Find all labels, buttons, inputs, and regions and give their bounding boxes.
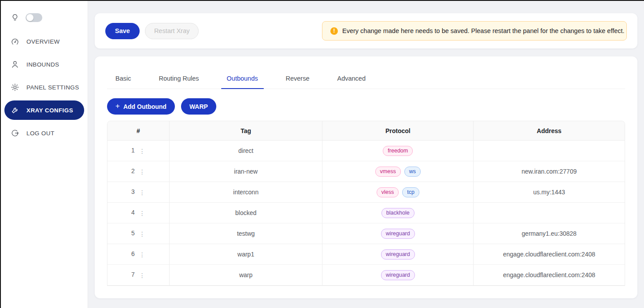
row-menu-icon[interactable]: ⋮ bbox=[139, 230, 145, 237]
table-row: 5⋮ testwg wireguard germany1.eu:30828 bbox=[107, 223, 625, 244]
gear-icon bbox=[11, 83, 19, 92]
toggle-knob bbox=[26, 14, 33, 21]
tag-cell: interconn bbox=[170, 182, 323, 203]
address-cell: germany1.eu:30828 bbox=[474, 223, 625, 244]
logout-icon bbox=[11, 129, 19, 137]
sidebar-item-inbounds[interactable]: INBOUNDS bbox=[4, 55, 84, 74]
row-number: 3 bbox=[131, 188, 135, 195]
protocol-badge: wireguard bbox=[381, 229, 415, 239]
address-cell: new.iran.com:27709 bbox=[474, 161, 625, 182]
row-number: 5 bbox=[131, 230, 135, 237]
row-number: 1 bbox=[131, 147, 135, 154]
sidebar-item-label: PANEL SETTINGS bbox=[26, 84, 79, 91]
row-menu-icon[interactable]: ⋮ bbox=[139, 148, 145, 155]
protocol-badge: freedom bbox=[383, 146, 413, 156]
tag-cell: iran-new bbox=[170, 161, 323, 182]
tab-advanced[interactable]: Advanced bbox=[332, 74, 372, 89]
tab-reverse[interactable]: Reverse bbox=[280, 74, 315, 89]
warning-text: Every change made here needs to be saved… bbox=[342, 27, 625, 34]
xray-configs-card: Basic Routing Rules Outbounds Reverse Ad… bbox=[95, 56, 637, 298]
user-icon bbox=[11, 60, 19, 69]
dashboard-icon bbox=[11, 37, 19, 46]
warp-label: WARP bbox=[189, 103, 208, 110]
dark-mode-toggle[interactable] bbox=[26, 13, 42, 22]
row-menu-icon[interactable]: ⋮ bbox=[139, 272, 145, 279]
table-row: 6⋮ warp1 wireguard engage.cloudflareclie… bbox=[107, 244, 625, 265]
table-row: 2⋮ iran-new vmess ws new.iran.com:27709 bbox=[107, 161, 625, 182]
tab-routing-rules[interactable]: Routing Rules bbox=[153, 74, 204, 89]
tag-cell: warp bbox=[170, 265, 323, 286]
tag-cell: blocked bbox=[170, 203, 323, 223]
address-cell bbox=[474, 141, 625, 161]
transport-badge: ws bbox=[404, 167, 421, 177]
add-outbound-label: Add Outbound bbox=[123, 103, 167, 110]
sidebar-item-xray-configs[interactable]: XRAY CONFIGS bbox=[4, 100, 84, 120]
add-outbound-button[interactable]: + Add Outbound bbox=[107, 98, 175, 115]
row-number: 4 bbox=[131, 209, 135, 216]
table-row: 4⋮ blocked blackhole bbox=[107, 203, 625, 223]
protocol-badge: vmess bbox=[375, 167, 401, 177]
sidebar-item-label: XRAY CONFIGS bbox=[26, 107, 73, 114]
content-area: Save Restart Xray ! Every change made he… bbox=[95, 1, 637, 298]
transport-badge: tcp bbox=[402, 187, 419, 197]
address-cell: engage.cloudflareclient.com:2408 bbox=[474, 244, 625, 265]
theme-toggle-row bbox=[4, 9, 84, 32]
tab-outbounds[interactable]: Outbounds bbox=[221, 74, 264, 89]
sidebar-item-label: INBOUNDS bbox=[26, 61, 59, 68]
table-row: 7⋮ warp wireguard engage.cloudflareclien… bbox=[107, 265, 625, 286]
tag-cell: testwg bbox=[170, 223, 323, 244]
wrench-icon bbox=[11, 106, 19, 115]
lightbulb-icon bbox=[11, 13, 19, 22]
outbounds-table-wrap: # Tag Protocol Address 1⋮ direct freedom bbox=[107, 121, 625, 286]
row-number: 6 bbox=[131, 250, 135, 257]
save-button[interactable]: Save bbox=[105, 23, 140, 39]
plus-icon: + bbox=[115, 102, 120, 111]
sidebar-item-label: OVERVIEW bbox=[26, 38, 60, 45]
sidebar-item-panel-settings[interactable]: PANEL SETTINGS bbox=[4, 78, 84, 97]
tag-cell: direct bbox=[170, 141, 323, 161]
warning-icon: ! bbox=[330, 27, 338, 35]
table-header-row: # Tag Protocol Address bbox=[107, 121, 625, 141]
address-cell: us.my:1443 bbox=[474, 182, 625, 203]
outbounds-table: # Tag Protocol Address 1⋮ direct freedom bbox=[107, 121, 625, 286]
protocol-badge: blackhole bbox=[381, 208, 415, 218]
sidebar-item-label: LOG OUT bbox=[26, 130, 55, 137]
restart-xray-button[interactable]: Restart Xray bbox=[145, 23, 199, 39]
protocol-badge: vless bbox=[377, 187, 399, 197]
warning-alert: ! Every change made here needs to be sav… bbox=[322, 21, 627, 41]
tag-cell: warp1 bbox=[170, 244, 323, 265]
address-cell bbox=[474, 203, 625, 223]
table-row: 1⋮ direct freedom bbox=[107, 141, 625, 161]
header-protocol: Protocol bbox=[322, 121, 474, 141]
protocol-badge: wireguard bbox=[381, 249, 415, 260]
toolbar-card: Save Restart Xray ! Every change made he… bbox=[95, 13, 637, 48]
sidebar: OVERVIEW INBOUNDS PANEL SETTINGS XRAY CO… bbox=[1, 1, 88, 308]
tab-bar: Basic Routing Rules Outbounds Reverse Ad… bbox=[107, 74, 625, 89]
sidebar-item-log-out[interactable]: LOG OUT bbox=[4, 123, 84, 143]
row-menu-icon[interactable]: ⋮ bbox=[139, 189, 145, 196]
header-tag: Tag bbox=[170, 121, 323, 141]
warp-button[interactable]: WARP bbox=[181, 98, 216, 115]
header-index: # bbox=[107, 121, 170, 141]
row-number: 2 bbox=[131, 167, 135, 174]
tab-basic[interactable]: Basic bbox=[110, 74, 137, 89]
row-number: 7 bbox=[131, 271, 135, 278]
address-cell: engage.cloudflareclient.com:2408 bbox=[474, 265, 625, 286]
outbound-actions: + Add Outbound WARP bbox=[107, 98, 625, 115]
row-menu-icon[interactable]: ⋮ bbox=[139, 168, 145, 175]
row-menu-icon[interactable]: ⋮ bbox=[139, 251, 145, 258]
sidebar-item-overview[interactable]: OVERVIEW bbox=[4, 32, 84, 51]
protocol-badge: wireguard bbox=[381, 270, 415, 280]
header-address: Address bbox=[474, 121, 625, 141]
table-row: 3⋮ interconn vless tcp us.my:1443 bbox=[107, 182, 625, 203]
row-menu-icon[interactable]: ⋮ bbox=[139, 210, 145, 217]
